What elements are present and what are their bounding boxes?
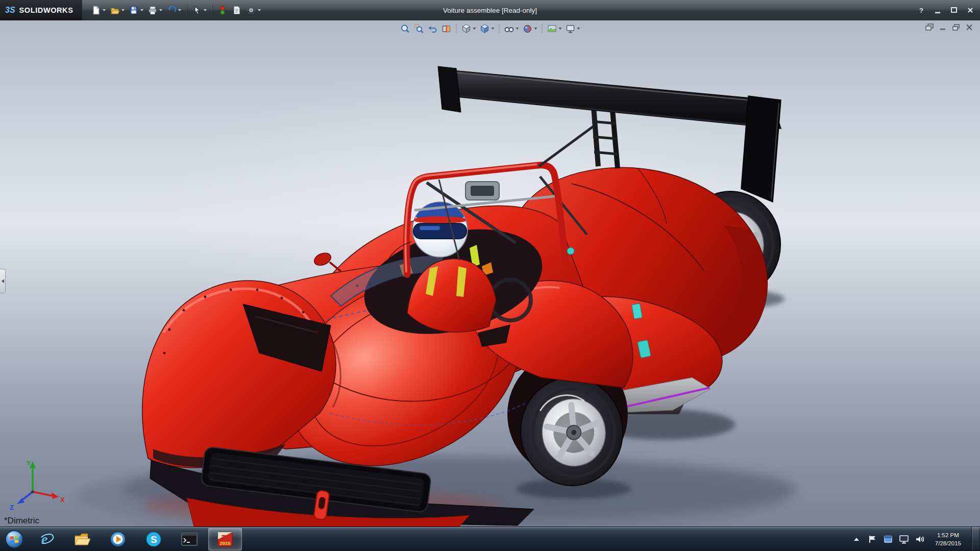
appearance-sphere-icon bbox=[523, 23, 533, 34]
window-controls: ? bbox=[914, 0, 978, 20]
display-tray-icon[interactable] bbox=[899, 534, 909, 544]
new-document-icon bbox=[91, 5, 101, 15]
zoom-to-fit-icon bbox=[400, 23, 410, 34]
print-button[interactable] bbox=[146, 3, 164, 18]
minimize-document-button[interactable] bbox=[938, 23, 947, 31]
options-button[interactable] bbox=[244, 3, 262, 18]
dropdown-arrow bbox=[258, 9, 261, 11]
action-center-button[interactable] bbox=[867, 534, 877, 544]
open-folder-icon bbox=[110, 5, 120, 15]
heads-up-view-toolbar bbox=[399, 23, 581, 34]
options-gear-icon bbox=[246, 5, 256, 15]
dropdown-arrow bbox=[121, 9, 125, 11]
section-view-button[interactable] bbox=[440, 23, 453, 34]
toolbar-separator bbox=[212, 5, 212, 16]
previous-view-icon bbox=[428, 23, 438, 34]
internet-explorer-icon: e bbox=[38, 531, 55, 548]
view-cube-icon bbox=[461, 23, 472, 34]
open-document-button[interactable] bbox=[108, 3, 126, 18]
taskbar: e S bbox=[0, 527, 980, 551]
maximize-icon bbox=[949, 6, 959, 15]
restore-document-icon bbox=[952, 23, 960, 31]
previous-view-button[interactable] bbox=[427, 23, 439, 34]
window-title: Voiture assemblee [Read-only] bbox=[443, 0, 537, 20]
graphics-area[interactable]: Y X Z *Dimetric bbox=[0, 20, 980, 527]
chevron-up-icon bbox=[854, 538, 859, 541]
toolbar-separator bbox=[542, 24, 543, 33]
document-window-controls bbox=[925, 23, 974, 31]
show-desktop-button[interactable] bbox=[971, 527, 979, 551]
zoom-to-area-button[interactable] bbox=[413, 23, 425, 34]
application-window-icon bbox=[884, 535, 893, 544]
solidworks-logo: 3S SOLIDWORKS bbox=[0, 0, 82, 20]
command-prompt-icon bbox=[181, 532, 198, 546]
view-orientation-label: *Dimetric bbox=[4, 516, 39, 526]
show-hidden-icons-button[interactable] bbox=[851, 534, 862, 544]
minimize-document-icon bbox=[939, 23, 947, 31]
close-document-button[interactable] bbox=[965, 23, 974, 31]
minimize-button[interactable] bbox=[930, 5, 945, 16]
toolbar-separator bbox=[186, 5, 187, 16]
file-explorer-button[interactable] bbox=[65, 528, 99, 550]
view-orientation-button[interactable] bbox=[460, 23, 477, 34]
solidworks-window: 3S SOLIDWORKS bbox=[0, 0, 980, 551]
taskbar-items: e S bbox=[29, 527, 243, 551]
taskbar-clock[interactable]: 1:52 PM 7/28/2015 bbox=[930, 531, 966, 547]
system-tray: 1:52 PM 7/28/2015 bbox=[851, 527, 980, 551]
skype-button[interactable]: S bbox=[137, 528, 170, 550]
close-button[interactable] bbox=[963, 5, 978, 16]
solidworks-badge: 2015 bbox=[220, 540, 231, 546]
triad-y-label: Y bbox=[27, 459, 31, 467]
solidworks-2015-button[interactable]: 2015 bbox=[208, 528, 242, 550]
eyeglasses-icon bbox=[504, 23, 514, 34]
start-button[interactable] bbox=[0, 527, 29, 551]
close-document-icon bbox=[965, 23, 973, 31]
clock-date: 7/28/2015 bbox=[935, 539, 961, 547]
dropdown-arrow bbox=[559, 28, 562, 30]
file-properties-icon bbox=[232, 5, 242, 15]
dropdown-arrow bbox=[577, 28, 580, 30]
model-render[interactable] bbox=[0, 20, 980, 527]
apply-scene-button[interactable] bbox=[546, 23, 563, 34]
media-player-button[interactable] bbox=[101, 528, 135, 550]
edit-appearance-button[interactable] bbox=[522, 23, 538, 34]
maximize-button[interactable] bbox=[946, 5, 962, 16]
dropdown-arrow bbox=[534, 28, 537, 30]
title-bar: 3S SOLIDWORKS bbox=[0, 0, 980, 21]
undo-arrow-icon bbox=[166, 5, 177, 15]
running-application-tray-icon[interactable] bbox=[883, 534, 893, 544]
visor bbox=[413, 223, 467, 239]
dropdown-arrow bbox=[473, 28, 476, 30]
dropdown-arrow bbox=[159, 9, 162, 11]
speaker-icon bbox=[915, 535, 925, 544]
printer-icon bbox=[148, 5, 158, 15]
svg-text:S: S bbox=[151, 534, 157, 545]
skype-icon: S bbox=[145, 531, 162, 547]
help-button[interactable]: ? bbox=[914, 5, 929, 16]
select-button[interactable] bbox=[190, 3, 208, 18]
feature-manager-splitter[interactable] bbox=[0, 269, 6, 293]
restore-document-button[interactable] bbox=[951, 23, 961, 31]
rebuild-button[interactable] bbox=[216, 3, 229, 18]
dropdown-arrow bbox=[178, 9, 181, 11]
side-mirror[interactable] bbox=[312, 251, 341, 271]
new-window-button[interactable] bbox=[925, 23, 934, 31]
new-document-button[interactable] bbox=[89, 3, 107, 18]
clock-time: 1:52 PM bbox=[937, 531, 959, 539]
view-settings-button[interactable] bbox=[565, 23, 581, 34]
rebuild-icon bbox=[217, 5, 228, 15]
hide-show-items-button[interactable] bbox=[503, 23, 520, 34]
internet-explorer-button[interactable]: e bbox=[30, 528, 63, 550]
zoom-to-fit-button[interactable] bbox=[399, 23, 411, 34]
undo-button[interactable] bbox=[165, 3, 183, 18]
file-properties-button[interactable] bbox=[230, 3, 243, 18]
monitor-icon bbox=[899, 535, 909, 544]
save-button[interactable] bbox=[127, 3, 145, 18]
brand-text: SOLIDWORKS bbox=[19, 6, 74, 14]
solidworks-2015-icon: 2015 bbox=[217, 531, 233, 547]
display-style-button[interactable] bbox=[479, 23, 496, 34]
media-player-icon bbox=[110, 531, 126, 547]
section-view-icon bbox=[442, 23, 452, 34]
command-prompt-button[interactable] bbox=[173, 528, 206, 550]
volume-button[interactable] bbox=[915, 534, 925, 544]
